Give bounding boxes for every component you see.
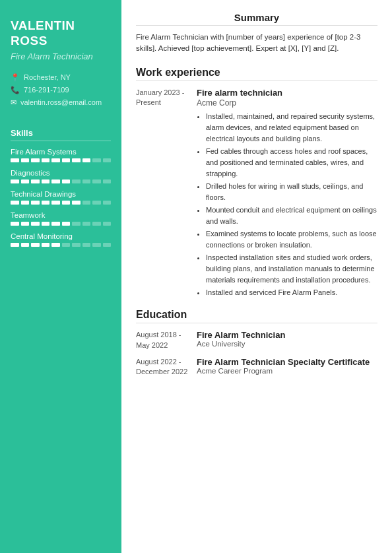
skills-list: Fire Alarm SystemsDiagnosticsTechnical D… xyxy=(11,148,111,247)
edu-entry: August 2022 - December 2022Fire Alarm Te… xyxy=(136,357,377,377)
edu-dates: August 2018 - May 2022 xyxy=(136,330,190,350)
skill-segment-filled xyxy=(42,201,50,205)
skill-segment-empty xyxy=(72,222,81,226)
skill-segment-empty xyxy=(82,201,91,205)
skill-segment-empty xyxy=(72,243,81,247)
skill-segment-filled xyxy=(62,222,71,226)
summary-title: Summary xyxy=(136,12,377,28)
sidebar: VALENTIN ROSS Fire Alarm Technician 📍 Ro… xyxy=(0,0,121,553)
skill-segment-empty xyxy=(92,243,101,247)
work-bullet: Inspected installation sites and studied… xyxy=(206,252,377,286)
skill-segment-filled xyxy=(21,201,30,205)
phone-icon: 📞 xyxy=(11,86,20,94)
skill-segment-empty xyxy=(92,222,101,226)
location-icon: 📍 xyxy=(11,73,20,82)
skill-segment-filled xyxy=(51,179,60,183)
work-bullets: Installed, maintained, and repaired secu… xyxy=(197,111,377,299)
skill-segment-filled xyxy=(42,222,50,226)
skill-segment-filled xyxy=(42,179,50,183)
skill-segment-filled xyxy=(11,243,19,247)
skill-segment-empty xyxy=(103,158,112,162)
phone-item: 📞 716-291-7109 xyxy=(11,86,111,94)
skill-segment-filled xyxy=(21,179,30,183)
work-bullet: Installed and serviced Fire Alarm Panels… xyxy=(206,287,377,298)
work-content: Fire alarm technicianAcme CorpInstalled,… xyxy=(197,88,377,300)
edu-entry: August 2018 - May 2022Fire Alarm Technic… xyxy=(136,330,377,350)
work-bullet: Mounted conduit and electrical equipment… xyxy=(206,205,377,227)
skills-section: Skills Fire Alarm SystemsDiagnosticsTech… xyxy=(11,128,111,253)
skill-segment-empty xyxy=(103,179,112,183)
summary-text: Fire Alarm Technician with [number of ye… xyxy=(136,32,377,55)
skill-segment-filled xyxy=(51,243,60,247)
skill-segment-empty xyxy=(103,243,112,247)
skill-item: Central Monitoring xyxy=(11,232,111,247)
skill-segment-empty xyxy=(103,222,112,226)
work-title: Work experience xyxy=(136,67,377,81)
edu-dates: August 2022 - December 2022 xyxy=(136,357,190,377)
skill-segment-filled xyxy=(21,158,30,162)
edu-content: Fire Alarm TechnicianAce University xyxy=(197,330,377,350)
skill-segment-empty xyxy=(92,179,101,183)
skill-segment-empty xyxy=(82,179,91,183)
work-bullet: Installed, maintained, and repaired secu… xyxy=(206,111,377,145)
skills-header: Skills xyxy=(11,128,111,141)
candidate-name: VALENTIN ROSS xyxy=(11,18,111,49)
skill-segment-empty xyxy=(103,201,112,205)
skill-label: Central Monitoring xyxy=(11,232,111,240)
edu-content: Fire Alarm Technician Specialty Certific… xyxy=(197,357,377,377)
skill-segment-filled xyxy=(31,222,40,226)
edu-degree: Fire Alarm Technician Specialty Certific… xyxy=(197,357,377,367)
skill-segment-empty xyxy=(92,158,101,162)
work-section: Work experience January 2023 - PresentFi… xyxy=(136,67,377,300)
skill-segment-empty xyxy=(82,222,91,226)
skill-segment-filled xyxy=(42,158,50,162)
work-bullet: Fed cables through access holes and roof… xyxy=(206,146,377,179)
skill-segment-filled xyxy=(11,158,19,162)
skill-segment-filled xyxy=(11,179,19,183)
skill-segment-filled xyxy=(82,158,91,162)
skill-label: Fire Alarm Systems xyxy=(11,148,111,156)
work-company: Acme Corp xyxy=(197,98,377,108)
skill-bar xyxy=(11,179,111,183)
skill-segment-filled xyxy=(51,222,60,226)
skill-segment-filled xyxy=(11,201,19,205)
skill-segment-filled xyxy=(21,222,30,226)
email-item: ✉ valentin.ross@email.com xyxy=(11,98,111,107)
skill-segment-empty xyxy=(92,201,101,205)
main-content: Summary Fire Alarm Technician with [numb… xyxy=(121,0,392,553)
skill-segment-filled xyxy=(42,243,50,247)
skill-item: Technical Drawings xyxy=(11,190,111,205)
skill-segment-filled xyxy=(11,222,19,226)
contact-section: 📍 Rochester, NY 📞 716-291-7109 ✉ valenti… xyxy=(11,73,111,111)
location-item: 📍 Rochester, NY xyxy=(11,73,111,82)
work-dates: January 2023 - Present xyxy=(136,88,190,300)
skill-bar xyxy=(11,222,111,226)
skill-segment-filled xyxy=(72,201,81,205)
skill-segment-empty xyxy=(82,243,91,247)
email-text: valentin.ross@email.com xyxy=(20,98,102,106)
skill-item: Teamwork xyxy=(11,211,111,226)
skill-segment-filled xyxy=(51,158,60,162)
work-entries: January 2023 - PresentFire alarm technic… xyxy=(136,88,377,300)
work-bullet: Drilled holes for wiring in wall studs, … xyxy=(206,181,377,203)
education-title: Education xyxy=(136,309,377,323)
skill-segment-filled xyxy=(62,158,71,162)
skill-segment-filled xyxy=(72,158,81,162)
skill-bar xyxy=(11,201,111,205)
phone-text: 716-291-7109 xyxy=(24,86,69,94)
work-entry: January 2023 - PresentFire alarm technic… xyxy=(136,88,377,300)
edu-degree: Fire Alarm Technician xyxy=(197,330,377,340)
skill-segment-filled xyxy=(31,201,40,205)
skill-bar xyxy=(11,158,111,162)
skill-segment-filled xyxy=(21,243,30,247)
skill-item: Fire Alarm Systems xyxy=(11,148,111,162)
skill-segment-empty xyxy=(72,179,81,183)
skill-label: Teamwork xyxy=(11,211,111,219)
work-job-title: Fire alarm technician xyxy=(197,88,377,98)
skill-segment-filled xyxy=(31,179,40,183)
skill-segment-filled xyxy=(62,179,71,183)
education-entries: August 2018 - May 2022Fire Alarm Technic… xyxy=(136,330,377,377)
skill-segment-filled xyxy=(62,201,71,205)
skill-bar xyxy=(11,243,111,247)
skill-item: Diagnostics xyxy=(11,169,111,183)
